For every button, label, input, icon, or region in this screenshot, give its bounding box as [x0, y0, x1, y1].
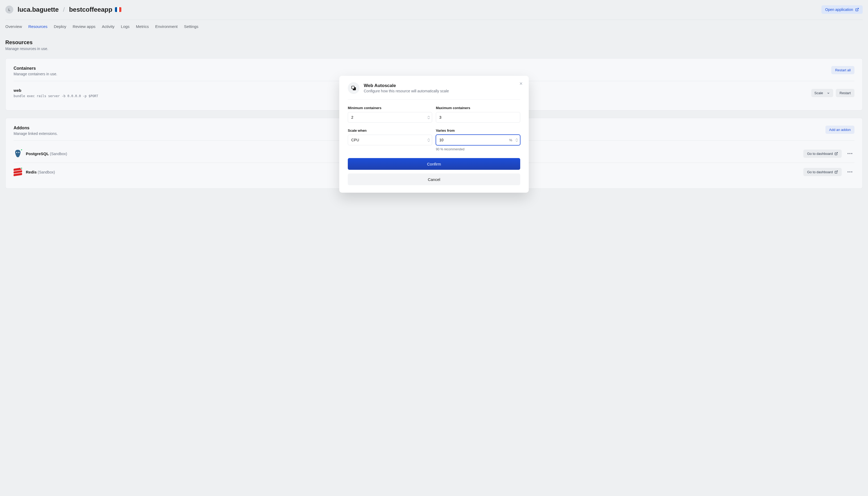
varies-from-label: Varies from: [436, 128, 520, 133]
autoscale-modal: Web Autoscale Configure how this resourc…: [339, 76, 529, 193]
max-containers-input[interactable]: [436, 112, 520, 123]
modal-title: Web Autoscale: [364, 83, 449, 88]
autoscale-icon: [348, 82, 359, 94]
cancel-button[interactable]: Cancel: [348, 173, 520, 185]
svg-rect-8: [352, 86, 354, 89]
modal-overlay: Web Autoscale Configure how this resourc…: [0, 0, 868, 194]
min-containers-input[interactable]: [348, 112, 432, 123]
varies-hint: 90 % recommended: [436, 148, 520, 151]
stepper-icon[interactable]: [515, 138, 518, 142]
varies-from-input[interactable]: [436, 135, 520, 145]
stepper-icon[interactable]: [427, 116, 430, 119]
confirm-button[interactable]: Confirm: [348, 158, 520, 170]
modal-subtitle: Configure how this resource will automat…: [364, 89, 449, 93]
max-containers-label: Maximum containers: [436, 106, 520, 110]
select-chevron-icon: [427, 138, 430, 142]
close-icon[interactable]: [518, 81, 524, 87]
scale-when-select[interactable]: CPU: [348, 135, 432, 145]
min-containers-label: Minimum containers: [348, 106, 432, 110]
scale-when-label: Scale when: [348, 128, 432, 133]
percent-suffix: %: [509, 138, 512, 142]
